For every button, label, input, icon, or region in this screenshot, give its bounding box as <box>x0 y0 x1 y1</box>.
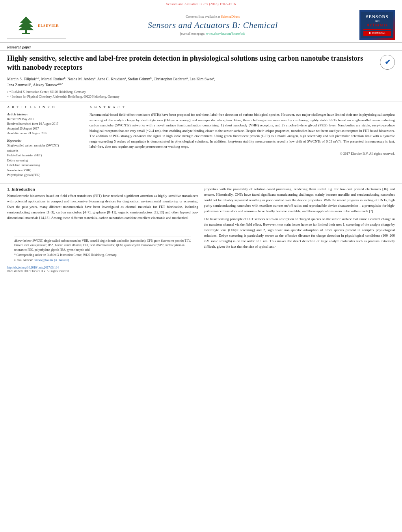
received-revised-date: Received in revised form 16 August 2017 <box>7 122 84 126</box>
body-section: 1. Introduction Nanoelectronic biosensor… <box>0 183 402 277</box>
keywords-list: Single-walled carbon nanotube (SWCNT) ne… <box>7 143 84 178</box>
abbrev-label: Abbreviations: <box>14 239 32 243</box>
logo-actuators-text: AcTuators <box>367 23 388 27</box>
keyword-4: Label-free immunosensing <box>7 163 84 168</box>
footnotes-section: Abbreviations: SWCNT, single-walled carb… <box>14 237 191 262</box>
sciencedirect-link[interactable]: ScienceDirect <box>221 15 240 19</box>
authors-section: Marcin S. Filipiaka,b, Marcel Rotherb, N… <box>0 74 402 89</box>
intro-paragraph-right-1: properties with the possibility of solut… <box>204 187 395 214</box>
keywords-block: Keywords: Single-walled carbon nanotube … <box>7 139 84 178</box>
abstract-copyright: © 2017 Elsevier B.V. All rights reserved… <box>89 152 395 156</box>
email-footnote: E-mail address: tarasov@bio.mx (A. Taras… <box>14 258 191 262</box>
logo-sensors-text: SENSORS <box>366 14 388 19</box>
article-history: Article history: Received 9 May 2017 Rec… <box>7 112 84 135</box>
contents-line: Contents lists available at ScienceDirec… <box>66 15 359 19</box>
article-type: Research paper <box>0 43 402 51</box>
article-title-section: Highly sensitive, selective and label-fr… <box>0 51 402 74</box>
journal-center: Contents lists available at ScienceDirec… <box>66 15 359 35</box>
issn-line: 0925-4005/© 2017 Elsevier B.V. All right… <box>7 269 198 273</box>
journal-header: ELSEVIER Contents lists available at Sci… <box>0 7 402 43</box>
affiliation-a: a ᵃ BioMed X Innovation Center, 69120 He… <box>7 90 395 95</box>
keywords-title: Keywords: <box>7 139 84 143</box>
email-label: E-mail address: <box>14 258 33 262</box>
logo-and-text: and <box>375 19 380 23</box>
journal-ref: Sensors and Actuators B 255 (2018) 1507–… <box>166 2 236 6</box>
footnotes-area: Abbreviations: SWCNT, single-walled carb… <box>7 237 198 262</box>
accepted-date: Accepted 20 August 2017 <box>7 126 84 131</box>
intro-section-title: 1. Introduction <box>7 187 198 191</box>
journal-title: Sensors and Actuators B: Chemical <box>66 20 359 30</box>
article-info-column: A R T I C L E I N F O Article history: R… <box>7 105 84 181</box>
affiliations-section: a ᵃ BioMed X Innovation Center, 69120 He… <box>0 89 402 102</box>
body-left-column: 1. Introduction Nanoelectronic biosensor… <box>7 187 198 274</box>
article-info-heading: A R T I C L E I N F O <box>7 105 84 110</box>
intro-paragraph-1: Nanoelectronic biosensors based on field… <box>7 193 198 221</box>
elsevier-logo: ELSEVIER <box>7 12 66 39</box>
abstract-column: A B S T R A C T Nanomaterial-based field… <box>89 105 395 181</box>
elsevier-tree-icon <box>14 15 38 35</box>
keyword-1b: networks <box>7 148 84 153</box>
svg-marker-4 <box>18 24 34 30</box>
homepage-link[interactable]: www.elsevier.com/locate/snb <box>206 32 246 35</box>
email-link[interactable]: tarasov@bio.mx (A. Tarasov). <box>34 258 70 262</box>
available-date: Available online 24 August 2017 <box>7 131 84 136</box>
abstract-heading: A B S T R A C T <box>89 105 395 110</box>
keyword-3: Debye screening <box>7 158 84 163</box>
journal-logo-right: SENSORS and AcTuators B: CHEMICAL <box>359 10 395 40</box>
article-info-abstract: A R T I C L E I N F O Article history: R… <box>0 102 402 183</box>
crossmark-logo[interactable]: ✔ <box>380 55 395 70</box>
keyword-1: Single-walled carbon nanotube (SWCNT) <box>7 143 84 148</box>
bottom-bar: http://dx.doi.org/10.1016/j.snb.2017.08.… <box>0 264 205 274</box>
article-main-title: Highly sensitive, selective and label-fr… <box>7 54 380 72</box>
elsevier-wordmark: ELSEVIER <box>38 24 59 28</box>
body-right-column: properties with the possibility of solut… <box>204 187 395 274</box>
crossmark-icon: ✔ <box>385 58 391 67</box>
abbreviations-footnote: Abbreviations: SWCNT, single-walled carb… <box>14 239 191 252</box>
affiliation-b: b ᵇ Institute for Physical Chemistry, Un… <box>7 95 395 99</box>
intro-paragraph-right-2: The basic sensing principle of FET senso… <box>204 217 395 250</box>
abstract-text: Nanomaterial-based field-effect transist… <box>89 112 395 150</box>
journal-top-bar: Sensors and Actuators B 255 (2018) 1507–… <box>0 0 402 7</box>
keyword-5: Nanobodies (VHH) <box>7 168 84 173</box>
received-date: Received 9 May 2017 <box>7 117 84 122</box>
history-title: Article history: <box>7 112 84 116</box>
keyword-6: Polyethylene glycol (PEG) <box>7 173 84 178</box>
svg-rect-1 <box>22 33 30 34</box>
corresponding-footnote: * Corresponding author at: BioMed X Inno… <box>14 253 191 257</box>
doi-link[interactable]: http://dx.doi.org/10.1016/j.snb.2017.08.… <box>7 266 198 269</box>
homepage-line: journal homepage: www.elsevier.com/locat… <box>66 32 359 35</box>
keyword-2: Field-effect transistor (FET) <box>7 153 84 158</box>
